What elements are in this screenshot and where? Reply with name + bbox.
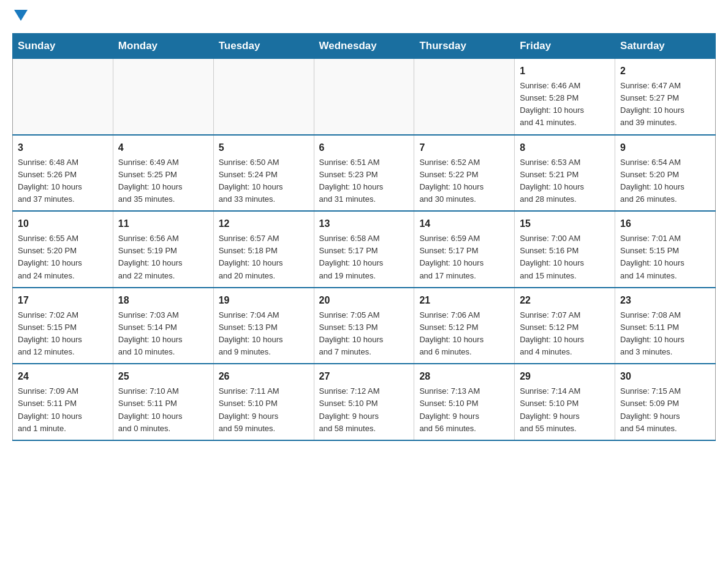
day-info: Sunrise: 7:05 AMSunset: 5:13 PMDaylight:… <box>319 309 409 359</box>
calendar-cell: 26Sunrise: 7:11 AMSunset: 5:10 PMDayligh… <box>213 364 314 440</box>
day-number: 11 <box>118 216 208 231</box>
day-info: Sunrise: 6:49 AMSunset: 5:25 PMDaylight:… <box>118 156 208 206</box>
header-monday: Monday <box>113 34 213 59</box>
day-number: 21 <box>419 293 509 308</box>
day-number: 6 <box>319 140 409 155</box>
day-number: 26 <box>219 369 309 384</box>
calendar-cell <box>113 59 213 135</box>
day-number: 23 <box>620 293 710 308</box>
calendar-cell: 27Sunrise: 7:12 AMSunset: 5:10 PMDayligh… <box>314 364 414 440</box>
day-info: Sunrise: 6:48 AMSunset: 5:26 PMDaylight:… <box>18 156 108 206</box>
day-info: Sunrise: 7:11 AMSunset: 5:10 PMDaylight:… <box>219 385 309 435</box>
day-info: Sunrise: 7:10 AMSunset: 5:11 PMDaylight:… <box>118 385 208 435</box>
day-number: 10 <box>18 216 108 231</box>
day-info: Sunrise: 6:51 AMSunset: 5:23 PMDaylight:… <box>319 156 409 206</box>
day-number: 14 <box>419 216 509 231</box>
day-info: Sunrise: 7:04 AMSunset: 5:13 PMDaylight:… <box>219 309 309 359</box>
day-info: Sunrise: 6:47 AMSunset: 5:27 PMDaylight:… <box>620 80 710 129</box>
day-number: 22 <box>520 293 610 308</box>
day-info: Sunrise: 7:14 AMSunset: 5:10 PMDaylight:… <box>520 385 610 435</box>
calendar-cell: 18Sunrise: 7:03 AMSunset: 5:14 PMDayligh… <box>113 288 213 364</box>
calendar-cell <box>213 59 314 135</box>
day-info: Sunrise: 7:12 AMSunset: 5:10 PMDaylight:… <box>319 385 409 435</box>
day-info: Sunrise: 7:07 AMSunset: 5:12 PMDaylight:… <box>520 309 610 359</box>
logo-triangle-icon <box>14 10 28 21</box>
header-thursday: Thursday <box>414 34 515 59</box>
day-number: 16 <box>620 216 710 231</box>
calendar-week-row: 10Sunrise: 6:55 AMSunset: 5:20 PMDayligh… <box>13 211 716 288</box>
calendar-cell: 21Sunrise: 7:06 AMSunset: 5:12 PMDayligh… <box>414 288 515 364</box>
calendar-week-row: 1Sunrise: 6:46 AMSunset: 5:28 PMDaylight… <box>13 59 716 135</box>
calendar-cell <box>414 59 515 135</box>
calendar-cell: 1Sunrise: 6:46 AMSunset: 5:28 PMDaylight… <box>515 59 615 135</box>
header-wednesday: Wednesday <box>314 34 414 59</box>
calendar-cell: 5Sunrise: 6:50 AMSunset: 5:24 PMDaylight… <box>213 135 314 212</box>
svg-marker-0 <box>14 10 28 21</box>
day-number: 25 <box>118 369 208 384</box>
day-number: 27 <box>319 369 409 384</box>
day-number: 1 <box>520 64 610 79</box>
day-info: Sunrise: 7:09 AMSunset: 5:11 PMDaylight:… <box>18 385 108 435</box>
day-info: Sunrise: 7:06 AMSunset: 5:12 PMDaylight:… <box>419 309 509 359</box>
day-info: Sunrise: 6:53 AMSunset: 5:21 PMDaylight:… <box>520 156 610 206</box>
calendar-cell: 25Sunrise: 7:10 AMSunset: 5:11 PMDayligh… <box>113 364 213 440</box>
calendar-cell: 2Sunrise: 6:47 AMSunset: 5:27 PMDaylight… <box>615 59 716 135</box>
day-info: Sunrise: 7:03 AMSunset: 5:14 PMDaylight:… <box>118 309 208 359</box>
day-number: 9 <box>620 140 710 155</box>
calendar-week-row: 17Sunrise: 7:02 AMSunset: 5:15 PMDayligh… <box>13 288 716 364</box>
day-info: Sunrise: 6:54 AMSunset: 5:20 PMDaylight:… <box>620 156 710 206</box>
day-info: Sunrise: 7:13 AMSunset: 5:10 PMDaylight:… <box>419 385 509 435</box>
header-friday: Friday <box>515 34 615 59</box>
calendar-cell: 11Sunrise: 6:56 AMSunset: 5:19 PMDayligh… <box>113 211 213 288</box>
calendar-week-row: 3Sunrise: 6:48 AMSunset: 5:26 PMDaylight… <box>13 135 716 212</box>
day-info: Sunrise: 6:46 AMSunset: 5:28 PMDaylight:… <box>520 80 610 129</box>
calendar-cell: 29Sunrise: 7:14 AMSunset: 5:10 PMDayligh… <box>515 364 615 440</box>
calendar-cell: 14Sunrise: 6:59 AMSunset: 5:17 PMDayligh… <box>414 211 515 288</box>
day-info: Sunrise: 6:50 AMSunset: 5:24 PMDaylight:… <box>219 156 309 206</box>
day-info: Sunrise: 7:08 AMSunset: 5:11 PMDaylight:… <box>620 309 710 359</box>
day-info: Sunrise: 6:57 AMSunset: 5:18 PMDaylight:… <box>219 232 309 282</box>
day-number: 29 <box>520 369 610 384</box>
day-number: 13 <box>319 216 409 231</box>
day-number: 2 <box>620 64 710 79</box>
logo <box>12 12 28 21</box>
day-info: Sunrise: 7:01 AMSunset: 5:15 PMDaylight:… <box>620 232 710 282</box>
day-info: Sunrise: 7:02 AMSunset: 5:15 PMDaylight:… <box>18 309 108 359</box>
day-number: 5 <box>219 140 309 155</box>
day-number: 3 <box>18 140 108 155</box>
calendar-cell: 19Sunrise: 7:04 AMSunset: 5:13 PMDayligh… <box>213 288 314 364</box>
day-number: 12 <box>219 216 309 231</box>
weekday-header-row: Sunday Monday Tuesday Wednesday Thursday… <box>13 34 716 59</box>
day-info: Sunrise: 6:55 AMSunset: 5:20 PMDaylight:… <box>18 232 108 282</box>
header-saturday: Saturday <box>615 34 716 59</box>
day-info: Sunrise: 6:56 AMSunset: 5:19 PMDaylight:… <box>118 232 208 282</box>
day-number: 15 <box>520 216 610 231</box>
day-number: 24 <box>18 369 108 384</box>
calendar-cell: 13Sunrise: 6:58 AMSunset: 5:17 PMDayligh… <box>314 211 414 288</box>
calendar-cell: 15Sunrise: 7:00 AMSunset: 5:16 PMDayligh… <box>515 211 615 288</box>
calendar-cell: 17Sunrise: 7:02 AMSunset: 5:15 PMDayligh… <box>13 288 113 364</box>
calendar-cell: 4Sunrise: 6:49 AMSunset: 5:25 PMDaylight… <box>113 135 213 212</box>
calendar-cell: 6Sunrise: 6:51 AMSunset: 5:23 PMDaylight… <box>314 135 414 212</box>
calendar-cell: 24Sunrise: 7:09 AMSunset: 5:11 PMDayligh… <box>13 364 113 440</box>
calendar-cell: 8Sunrise: 6:53 AMSunset: 5:21 PMDaylight… <box>515 135 615 212</box>
calendar-cell: 16Sunrise: 7:01 AMSunset: 5:15 PMDayligh… <box>615 211 716 288</box>
calendar-cell <box>314 59 414 135</box>
day-number: 30 <box>620 369 710 384</box>
day-number: 18 <box>118 293 208 308</box>
header-tuesday: Tuesday <box>213 34 314 59</box>
calendar-cell: 28Sunrise: 7:13 AMSunset: 5:10 PMDayligh… <box>414 364 515 440</box>
day-number: 28 <box>419 369 509 384</box>
calendar-cell: 22Sunrise: 7:07 AMSunset: 5:12 PMDayligh… <box>515 288 615 364</box>
page-header <box>12 12 716 21</box>
day-number: 17 <box>18 293 108 308</box>
day-info: Sunrise: 6:59 AMSunset: 5:17 PMDaylight:… <box>419 232 509 282</box>
calendar-table: Sunday Monday Tuesday Wednesday Thursday… <box>12 33 716 441</box>
day-info: Sunrise: 7:00 AMSunset: 5:16 PMDaylight:… <box>520 232 610 282</box>
day-number: 8 <box>520 140 610 155</box>
calendar-cell <box>13 59 113 135</box>
day-info: Sunrise: 7:15 AMSunset: 5:09 PMDaylight:… <box>620 385 710 435</box>
day-number: 19 <box>219 293 309 308</box>
calendar-cell: 7Sunrise: 6:52 AMSunset: 5:22 PMDaylight… <box>414 135 515 212</box>
calendar-cell: 10Sunrise: 6:55 AMSunset: 5:20 PMDayligh… <box>13 211 113 288</box>
